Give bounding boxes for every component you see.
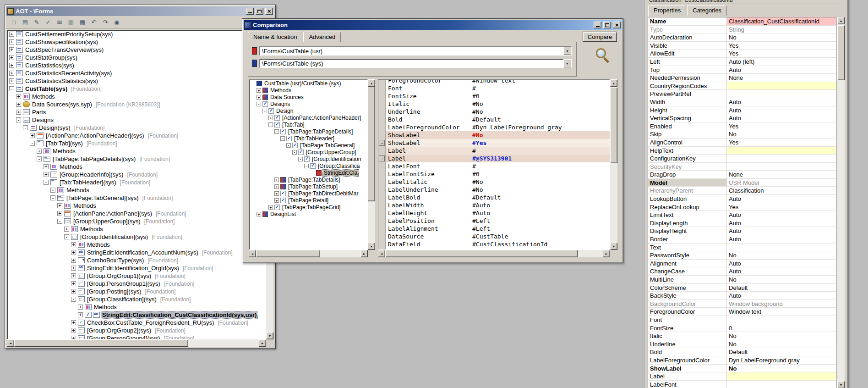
comparison-prop-row[interactable]: LabelAlignment#Left (386, 225, 610, 233)
check-mark-icon[interactable] (268, 108, 274, 114)
expander-icon[interactable]: - (16, 117, 21, 122)
property-row[interactable]: LabelFont (648, 381, 836, 388)
scroll-up-icon[interactable] (610, 79, 617, 87)
property-row[interactable]: PreviewPartRef (648, 90, 836, 98)
property-value[interactable]: Classification_CustClassificationId (727, 17, 836, 25)
tree-item[interactable]: +CustStatisticsRecentActivity(sys) (7, 69, 266, 77)
expander-icon[interactable]: - (298, 157, 303, 161)
property-row[interactable]: HeightAuto (648, 106, 836, 115)
expander-icon[interactable]: + (71, 320, 76, 325)
expander-icon[interactable]: + (274, 198, 279, 203)
tree-item[interactable]: -[TabPage:TabPageDetails](sys)[Foundatio… (7, 155, 266, 163)
properties-vertical-scrollbar[interactable] (837, 17, 845, 388)
expander-icon[interactable]: + (37, 149, 42, 154)
check-mark-icon[interactable] (274, 122, 280, 127)
property-row[interactable]: DisplayLengthAuto (648, 219, 836, 227)
property-value[interactable]: Window background (727, 300, 836, 308)
property-row[interactable]: AlignControlYes (648, 139, 836, 147)
comparison-tree-item[interactable]: +[TabPage:TabDirectDebitMar (249, 190, 367, 197)
aot-horizontal-scrollbar[interactable] (7, 339, 266, 347)
expander-icon[interactable]: + (268, 205, 273, 210)
property-row[interactable]: VerticalSpacingAuto (648, 114, 836, 122)
tree-item[interactable]: -CustTable(sys)[Foundation] (7, 85, 266, 93)
tree-item[interactable]: +Methods (7, 241, 266, 249)
property-row[interactable]: BorderAuto (648, 235, 836, 244)
property-value[interactable] (727, 155, 836, 162)
comparison-prop-row[interactable]: Underline#No (386, 108, 610, 116)
open-icon[interactable]: □ (9, 18, 19, 27)
comparison-tree-item[interactable]: -[TabPage:TabPageDetails] (249, 128, 367, 135)
property-value[interactable]: Auto (727, 267, 836, 275)
expander-icon[interactable]: - (71, 297, 76, 302)
comparison-prop-row[interactable]: LabelWidth#Auto (386, 201, 610, 209)
expander-icon[interactable]: - (57, 219, 62, 224)
expander-icon[interactable]: - (292, 150, 297, 155)
expander-icon[interactable]: + (71, 281, 76, 286)
property-row[interactable]: SecurityKey (648, 163, 836, 171)
comparison-prop-row[interactable]: LabelUnderline#No (386, 186, 610, 194)
property-value[interactable]: Yes (727, 42, 836, 50)
comparison-tree-item[interactable]: +[TabPage:TabSetup] (249, 183, 367, 190)
expander-icon[interactable]: + (50, 188, 55, 193)
red-mark-icon[interactable] (316, 170, 322, 176)
combo-dropdown-button[interactable] (563, 59, 571, 67)
property-row[interactable]: DisplayHeightAuto (648, 227, 836, 235)
source-combo[interactable]: \Forms\CustTable (sys) (259, 59, 572, 68)
property-row[interactable]: TypeString (648, 26, 836, 34)
edit-icon[interactable]: ✎ (32, 18, 42, 27)
tree-item[interactable]: +[Group:OrgGroup1](sys)[Foundation] (7, 272, 266, 280)
comparison-tree-item[interactable]: +DesignList (249, 211, 367, 217)
property-value[interactable]: Auto (727, 219, 836, 227)
scroll-down-icon[interactable] (266, 332, 273, 339)
property-value[interactable] (727, 372, 836, 380)
expander-icon[interactable]: + (16, 110, 21, 115)
compile-icon[interactable]: ✓ (43, 18, 53, 27)
comparison-prop-row[interactable]: LabelItalic#No (386, 178, 610, 186)
property-value[interactable]: Auto (727, 235, 836, 243)
expander-icon[interactable]: + (274, 191, 279, 196)
tree-item[interactable]: +CustStatGroup(sys) (7, 54, 266, 61)
check-mark-icon[interactable] (286, 136, 292, 141)
expander-icon[interactable]: - (50, 195, 55, 200)
split-mark-icon[interactable] (262, 94, 268, 100)
combo-dropdown-button[interactable] (563, 47, 571, 55)
scrollbar-thumb[interactable] (385, 250, 578, 257)
comparison-prop-row[interactable]: ForegroundColor#Window text (386, 79, 610, 84)
comparison-tree-item[interactable]: +Methods (249, 87, 367, 94)
expander-icon[interactable]: + (9, 47, 14, 52)
property-row[interactable]: BoldDefault (648, 348, 836, 356)
property-row[interactable]: ConfigurationKey (648, 155, 836, 163)
comparison-prop-row[interactable]: Bold#Default (386, 116, 610, 123)
check-mark-icon[interactable] (274, 115, 280, 121)
tree-item[interactable]: +Methods (7, 147, 266, 155)
comparison-prop-row[interactable]: LabelHeight#Auto (386, 209, 610, 217)
property-row[interactable]: ShowLabelNo (648, 365, 836, 373)
check-mark-icon[interactable] (298, 150, 304, 155)
expander-icon[interactable]: + (71, 242, 76, 247)
expander-icon[interactable]: + (9, 39, 14, 44)
property-row[interactable]: MultiLineNo (648, 276, 836, 284)
property-row[interactable]: ForegroundColorWindow text (648, 308, 836, 316)
property-value[interactable]: Window text (727, 308, 836, 316)
scroll-right-icon[interactable] (603, 250, 610, 257)
expander-icon[interactable]: + (9, 78, 14, 83)
property-row[interactable]: BackgroundColorWindow background (648, 300, 836, 308)
property-value[interactable]: No (727, 130, 836, 138)
tab-name-and-location[interactable]: Name & location (248, 32, 302, 43)
comparison-prop-row[interactable]: ShowLabel#Yes (386, 139, 610, 147)
expander-icon[interactable]: + (274, 184, 279, 189)
tree-item[interactable]: -[TabPage:TabGeneral](sys)[Foundation] (7, 194, 266, 202)
property-row[interactable]: AutoDeclarationNo (648, 33, 836, 42)
check-mark-icon[interactable] (280, 129, 286, 134)
property-row[interactable]: CountryRegionCodes (648, 82, 836, 90)
comparison-prop-row[interactable]: LabelFont# (386, 162, 610, 170)
check-mark-icon[interactable] (292, 143, 298, 148)
property-row[interactable]: ReplaceOnLookupYes (648, 203, 836, 211)
property-value[interactable]: USR Model (727, 179, 836, 187)
comparison-prop-row[interactable]: LabelFontSize#0 (386, 170, 610, 178)
property-row[interactable]: Label (648, 372, 836, 381)
property-value[interactable] (727, 90, 836, 98)
property-row[interactable]: UnderlineNo (648, 340, 836, 349)
tree-item[interactable]: +CustStatistics(sys) (7, 61, 266, 69)
property-row[interactable]: NeededPermissionNone (648, 74, 836, 82)
